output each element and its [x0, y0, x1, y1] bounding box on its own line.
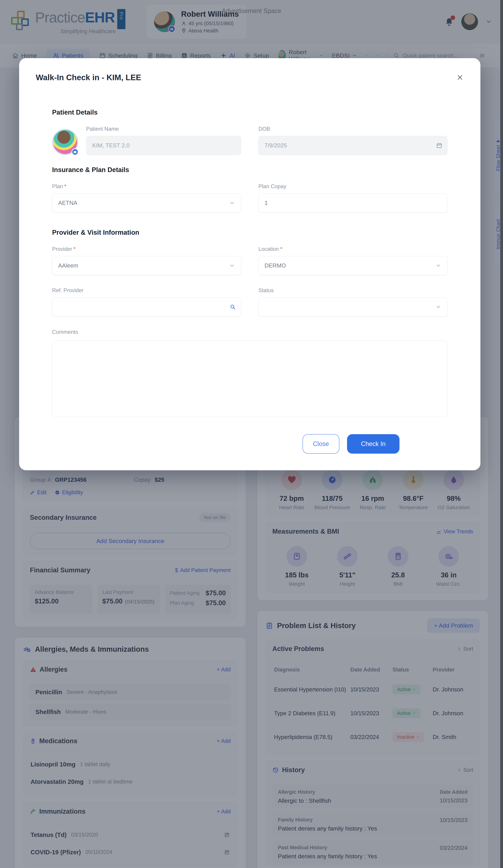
- check-in-button[interactable]: Check In: [347, 434, 400, 454]
- plan-label: Plan: [52, 183, 63, 189]
- status-select[interactable]: [258, 297, 448, 317]
- provider-select[interactable]: AAleem: [52, 256, 241, 275]
- plan-copay-input[interactable]: [258, 193, 448, 213]
- close-button[interactable]: Close: [302, 434, 339, 454]
- walkin-checkin-modal: Walk-In Check in - KIM, LEE Patient Deta…: [19, 58, 480, 470]
- location-select[interactable]: DERMO: [258, 256, 448, 275]
- section-provider-visit: Provider & Visit Information: [52, 229, 448, 236]
- plan-copay-label: Plan Copay: [258, 183, 448, 189]
- chevron-down-icon: [229, 263, 235, 269]
- required-marker: *: [64, 183, 66, 189]
- plan-select[interactable]: AETNA: [52, 193, 241, 213]
- dob-field: [258, 136, 448, 155]
- modal-patient-avatar[interactable]: [52, 129, 78, 155]
- comments-textarea[interactable]: [52, 340, 448, 417]
- patient-name-label: Patient Name: [86, 126, 241, 132]
- provider-label: Provider: [52, 246, 72, 252]
- ref-provider-input[interactable]: [52, 297, 241, 317]
- ref-provider-label: Ref. Provider: [52, 287, 241, 293]
- comments-label: Comments: [52, 329, 448, 335]
- dob-label: DOB: [258, 126, 448, 132]
- chevron-down-icon: [435, 263, 441, 269]
- close-icon[interactable]: [456, 74, 464, 81]
- required-marker: *: [73, 246, 75, 252]
- modal-title: Walk-In Check in - KIM, LEE: [36, 73, 141, 82]
- calendar-icon: [436, 143, 442, 148]
- required-marker: *: [280, 246, 282, 252]
- page-scrollbar[interactable]: [500, 0, 503, 868]
- section-insurance-plan: Insurance & Plan Details: [52, 166, 448, 174]
- chevron-down-icon: [229, 200, 235, 206]
- chevron-down-icon: [435, 304, 441, 310]
- camera-icon[interactable]: [72, 148, 79, 155]
- status-label: Status: [258, 287, 448, 293]
- patient-name-field: [86, 136, 241, 155]
- search-icon[interactable]: [229, 304, 236, 310]
- section-patient-details: Patient Details: [52, 109, 448, 116]
- location-label: Location: [258, 246, 279, 252]
